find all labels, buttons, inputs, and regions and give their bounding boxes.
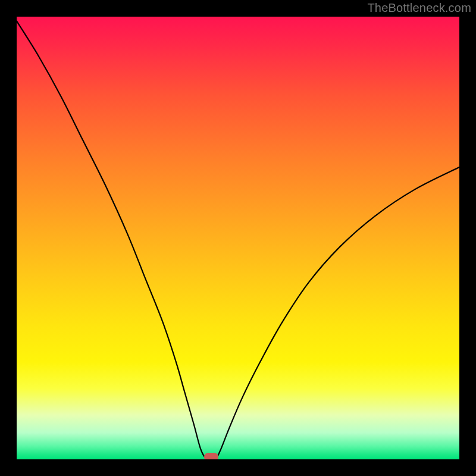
plot-area <box>17 17 459 459</box>
watermark-text: TheBottleneck.com <box>367 1 471 15</box>
chart-frame: TheBottleneck.com <box>0 0 476 476</box>
bottleneck-curve <box>17 17 459 459</box>
optimal-marker <box>204 453 218 459</box>
